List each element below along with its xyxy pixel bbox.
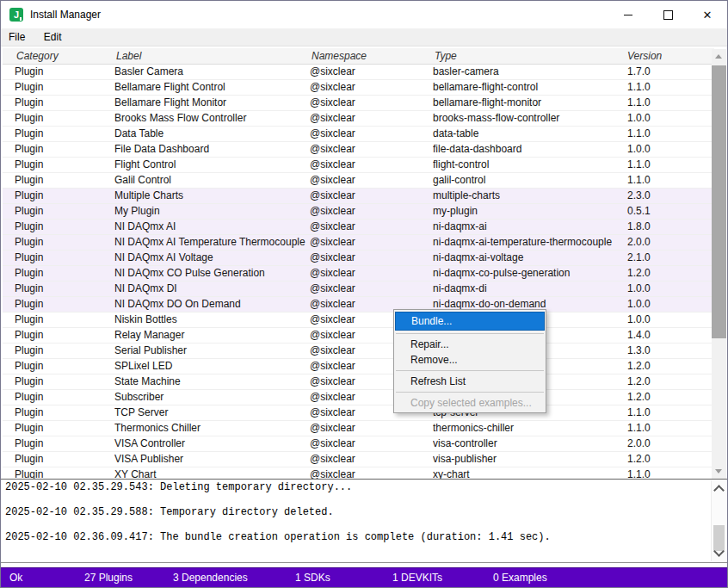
cell-label: NI DAQmx AI Temperature Thermocouple: [114, 235, 307, 249]
table-row[interactable]: Plugin File Data Dashboard @sixclear fil…: [3, 142, 714, 158]
cell-namespace: @sixclear: [310, 111, 430, 125]
maximize-icon: [663, 10, 673, 20]
app-icon-letter: J: [14, 9, 19, 20]
cell-version: 1.8.0: [627, 220, 703, 233]
minimize-icon: [624, 15, 632, 15]
table-row[interactable]: Plugin Data Table @sixclear data-table 1…: [3, 127, 714, 142]
cell-type: ni-daqmx-ai-temperature-thermocouple: [433, 235, 625, 249]
cell-label: Niskin Bottles: [114, 313, 307, 326]
table-row[interactable]: Plugin NI DAQmx AI Voltage @sixclear ni-…: [3, 251, 714, 266]
menu-item-copy-selected-examples: Copy selected examples...: [394, 395, 546, 411]
column-header-category[interactable]: Category: [16, 48, 59, 64]
cell-version: 1.7.0: [627, 65, 703, 78]
table-scrollbar-thumb[interactable]: [712, 65, 726, 338]
table-row[interactable]: Plugin Thermonics Chiller @sixclear ther…: [3, 421, 714, 436]
menu-edit[interactable]: Edit: [37, 28, 69, 46]
table-row[interactable]: Plugin NI DAQmx AI Temperature Thermocou…: [3, 235, 714, 251]
log-line: 2025-02-10 02.36.09.417: The bundle crea…: [5, 525, 708, 550]
close-button[interactable]: ✕: [688, 1, 727, 28]
table-row[interactable]: Plugin Bellamare Flight Monitor @sixclea…: [3, 96, 714, 111]
cell-label: Relay Manager: [114, 328, 307, 342]
menu-item-bundle[interactable]: Bundle...: [395, 312, 545, 331]
cell-namespace: @sixclear: [310, 158, 430, 171]
table-row[interactable]: Plugin TCP Server @sixclear tcp-server 1…: [3, 405, 714, 421]
window-title: Install Manager: [30, 1, 101, 28]
cell-version: 1.1.0: [627, 173, 703, 187]
table-row[interactable]: Plugin State Machine @sixclear state-mac…: [3, 374, 714, 390]
cell-label: XY Chart: [114, 467, 307, 479]
table-row[interactable]: Plugin NI DAQmx CO Pulse Generation @six…: [3, 266, 714, 282]
table-row[interactable]: Plugin Brooks Mass Flow Controller @sixc…: [3, 111, 714, 127]
cell-version: 1.1.0: [627, 80, 703, 94]
minimize-button[interactable]: [608, 1, 648, 28]
table-row[interactable]: Plugin Bellamare Flight Control @sixclea…: [3, 80, 714, 96]
column-header-type[interactable]: Type: [435, 48, 457, 64]
cell-version: 2.3.0: [627, 189, 703, 202]
app-icon: J: [9, 8, 23, 22]
table-row[interactable]: Plugin NI DAQmx DI @sixclear ni-daqmx-di…: [3, 282, 714, 297]
cell-version: 1.0.0: [627, 142, 703, 156]
cell-version: 1.0.0: [627, 313, 703, 326]
menu-bar: File Edit: [1, 28, 727, 46]
table-row[interactable]: Plugin NI DAQmx AI @sixclear ni-daqmx-ai…: [3, 220, 714, 235]
table-row[interactable]: Plugin Serial Publisher @sixclear serial…: [3, 344, 714, 359]
table-row[interactable]: Plugin Galil Control @sixclear galil-con…: [3, 173, 714, 189]
status-sdks-count: 1 SDKs: [295, 568, 330, 588]
scroll-up-icon[interactable]: [712, 49, 726, 64]
cell-type: ni-daqmx-co-pulse-generation: [433, 266, 625, 280]
cell-namespace: @sixclear: [310, 235, 430, 249]
cell-category: Plugin: [15, 297, 111, 311]
status-dependencies-count: 3 Dependencies: [173, 568, 248, 588]
column-header-label[interactable]: Label: [116, 48, 141, 64]
cell-version: 1.1.0: [627, 158, 703, 171]
table-row[interactable]: Plugin Basler Camera @sixclear basler-ca…: [3, 65, 714, 80]
table-row[interactable]: Plugin Relay Manager @sixclear relay-man…: [3, 328, 714, 344]
cell-category: Plugin: [15, 405, 111, 419]
menu-item-repair[interactable]: Repair...: [394, 337, 546, 352]
table-row[interactable]: Plugin Niskin Bottles @sixclear niskin-b…: [3, 313, 714, 328]
scroll-down-icon[interactable]: [712, 464, 726, 479]
log-scroll-up-icon[interactable]: [713, 485, 725, 496]
table-row[interactable]: Plugin NI DAQmx DO On Demand @sixclear n…: [3, 297, 714, 313]
table-scrollbar[interactable]: [712, 49, 726, 479]
cell-type: ni-daqmx-ai: [433, 220, 625, 233]
menu-separator: [396, 370, 544, 371]
cell-label: Subscriber: [114, 390, 307, 404]
cell-version: 1.2.0: [627, 359, 703, 373]
log-panel: 2025-02-10 02.35.29.543: Deleting tempor…: [1, 479, 727, 563]
log-scrollbar[interactable]: [711, 480, 726, 561]
cell-label: Basler Camera: [114, 65, 307, 78]
column-header-namespace[interactable]: Namespace: [312, 48, 367, 64]
table-row[interactable]: Plugin SPLixel LED @sixclear splixel-led…: [3, 359, 714, 374]
cell-category: Plugin: [15, 374, 111, 388]
cell-label: SPLixel LED: [114, 359, 307, 373]
table-row[interactable]: Plugin VISA Publisher @sixclear visa-pub…: [3, 452, 714, 467]
cell-namespace: @sixclear: [310, 80, 430, 94]
menu-item-remove[interactable]: Remove...: [394, 352, 546, 368]
cell-category: Plugin: [15, 204, 111, 218]
menu-item-refresh-list[interactable]: Refresh List: [394, 374, 546, 389]
table-row[interactable]: Plugin My Plugin @sixclear my-plugin 0.5…: [3, 204, 714, 220]
cell-category: Plugin: [15, 142, 111, 156]
cell-category: Plugin: [15, 328, 111, 342]
table-row[interactable]: Plugin VISA Controller @sixclear visa-co…: [3, 436, 714, 452]
column-header-version[interactable]: Version: [627, 48, 662, 64]
cell-category: Plugin: [15, 189, 111, 202]
cell-version: 1.0.0: [627, 111, 703, 125]
cell-category: Plugin: [15, 266, 111, 280]
status-ok: Ok: [9, 568, 22, 588]
table-row[interactable]: Plugin Subscriber @sixclear subscriber 1…: [3, 390, 714, 405]
menu-file[interactable]: File: [2, 28, 32, 46]
cell-label: State Machine: [114, 374, 307, 388]
cell-category: Plugin: [15, 359, 111, 373]
cell-category: Plugin: [15, 127, 111, 140]
cell-namespace: @sixclear: [310, 65, 430, 78]
cell-label: VISA Publisher: [114, 452, 307, 466]
table-row[interactable]: Plugin Flight Control @sixclear flight-c…: [3, 158, 714, 173]
table-row[interactable]: Plugin XY Chart @sixclear xy-chart 1.1.0: [3, 467, 714, 479]
cell-version: 1.1.0: [627, 127, 703, 140]
cell-category: Plugin: [15, 235, 111, 249]
table-row[interactable]: Plugin Multiple Charts @sixclear multipl…: [3, 189, 714, 204]
cell-type: data-table: [433, 127, 625, 140]
maximize-button[interactable]: [648, 1, 688, 28]
